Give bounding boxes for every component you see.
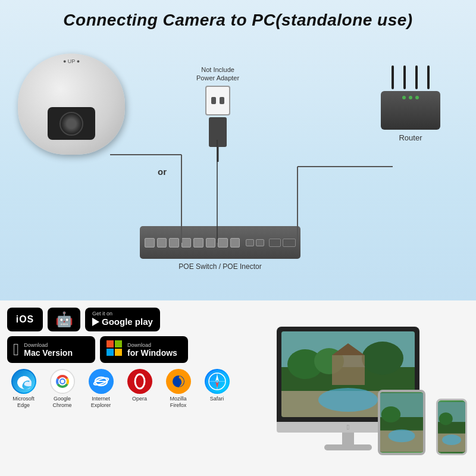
svg-rect-5 [107, 340, 114, 347]
router-body [381, 91, 440, 130]
svg-point-33 [362, 342, 403, 375]
bottom-section: iOS 🤖 Get it on Google play  Download M… [0, 300, 476, 476]
svg-point-41 [381, 406, 400, 422]
google-play-big-text: Google play [102, 317, 153, 327]
page-title: Connecting Camera to PC(standalone use) [0, 0, 476, 36]
browser-ie[interactable]: InternetExplorer [84, 369, 117, 409]
phone [436, 399, 467, 455]
google-play-small-text: Get it on [92, 311, 112, 317]
svg-rect-7 [107, 349, 114, 356]
browser-firefox[interactable]: MozillaFirefox [162, 369, 195, 409]
windows-icon [106, 340, 123, 359]
apple-logo-icon:  [347, 423, 349, 431]
svg-point-48 [442, 434, 461, 445]
poe-label: POE Switch / POE Inector [140, 262, 300, 271]
ie-label: InternetExplorer [91, 396, 111, 409]
browser-edge[interactable]: MicrosoftEdge [7, 369, 40, 409]
download-mac-button[interactable]:  Download Mac Version [7, 336, 95, 363]
mac-download-big: Mac Version [24, 348, 73, 358]
adapter-plug [209, 117, 227, 147]
ios-badge[interactable]: iOS [7, 308, 43, 331]
power-adapter: Not IncludePower Adapter [196, 65, 239, 147]
bottom-left: iOS 🤖 Get it on Google play  Download M… [0, 300, 220, 476]
edge-label: MicrosoftEdge [12, 396, 35, 409]
svg-point-14 [61, 380, 64, 383]
opera-label: Opera [132, 396, 147, 402]
svg-point-46 [439, 412, 453, 425]
svg-rect-8 [115, 349, 122, 356]
android-icon: 🤖 [55, 311, 73, 328]
camera-lens [48, 107, 95, 140]
router-antenna [392, 65, 394, 89]
router-antenna [415, 65, 418, 89]
chrome-label: GoogleChrome [52, 396, 71, 409]
browser-opera[interactable]: Opera [123, 369, 156, 402]
firefox-label: MozillaFirefox [170, 396, 186, 409]
svg-rect-6 [115, 340, 122, 347]
badges-row2:  Download Mac Version Download [7, 336, 213, 363]
router-antenna [403, 65, 406, 89]
router: Router [381, 65, 440, 142]
windows-download-big: for Windows [127, 348, 177, 358]
svg-point-43 [389, 430, 415, 443]
windows-download-small: Download [127, 342, 177, 348]
browser-row: MicrosoftEdge [7, 369, 213, 409]
outlet [205, 86, 230, 115]
google-play-badge[interactable]: Get it on Google play [85, 308, 160, 331]
play-icon [92, 318, 99, 326]
poe-switch: POE Switch / POE Inector [140, 226, 300, 271]
bottom-right: 6/26/2019  [220, 300, 476, 476]
camera-label: ● UP ● [63, 58, 80, 64]
mac-icon:  [13, 340, 19, 359]
android-badge[interactable]: 🤖 [48, 308, 80, 331]
or-label: or [158, 167, 167, 177]
svg-point-37 [318, 388, 378, 412]
browser-chrome[interactable]: GoogleChrome [46, 369, 79, 409]
download-windows-button[interactable]: Download for Windows [100, 336, 188, 363]
router-antenna [427, 65, 430, 89]
diagram-area: ● UP ● Not IncludePower Adapter [0, 36, 476, 327]
power-adapter-label: Not IncludePower Adapter [196, 65, 239, 83]
badges-row1: iOS 🤖 Get it on Google play [7, 308, 213, 331]
camera: ● UP ● [18, 54, 128, 164]
router-label: Router [381, 133, 440, 142]
mac-download-small: Download [24, 342, 73, 348]
svg-rect-34 [332, 355, 365, 385]
tablet [378, 390, 425, 455]
